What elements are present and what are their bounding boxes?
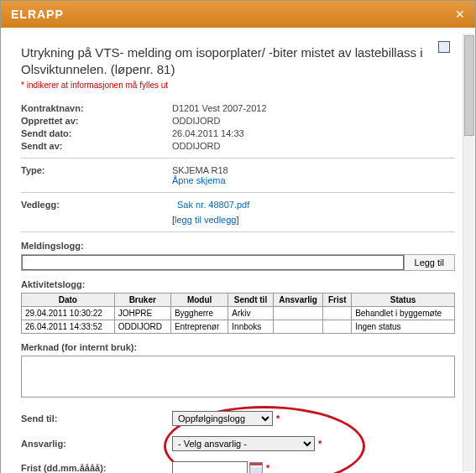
legg-til-button[interactable]: Legg til [404,255,454,270]
table-row: 29.04.2011 10:30:22JOHPREByggherreArkivB… [22,307,455,320]
col-modul: Modul [170,294,228,307]
required-star: * [276,413,280,424]
vedlegg-file-link[interactable]: Sak nr. 48807.pdf [177,200,249,210]
cell-dato: 29.04.2011 10:30:22 [22,307,115,320]
type-label: Type: [21,165,172,185]
meldingslogg-input[interactable] [22,255,404,270]
ansvarlig-select[interactable]: - Velg ansvarlig - [172,436,315,451]
divider [21,192,455,193]
dialog-title: ELRAPP [11,8,64,21]
close-icon[interactable]: ✕ [455,8,465,21]
cell-frist [323,307,352,320]
merknad-textarea[interactable] [21,356,455,398]
required-star: * [266,463,269,473]
divider [21,231,455,232]
cell-ansvarlig [273,307,323,320]
type-value: SKJEMA R18 [172,165,228,175]
cell-sendt_til: Arkiv [228,307,273,320]
titlebar: ELRAPP ✕ [1,1,475,28]
dialog-content: Utrykning på VTS- melding om isoporplate… [1,28,475,473]
cell-dato: 26.04.2011 14:33:52 [22,320,115,334]
kontraktnavn-label: Kontraktnavn: [21,103,172,113]
sendt-dato-value: 26.04.2011 14:33 [172,128,244,138]
calendar-icon[interactable] [249,462,263,473]
document-icon[interactable] [438,41,450,53]
opprettet-av-value: ODDIJORD [172,116,220,126]
sendt-dato-label: Sendt dato: [21,128,172,138]
scrollbar-thumb[interactable] [464,35,474,136]
cell-modul: Byggherre [170,307,228,320]
col-ansvarlig: Ansvarlig [273,294,323,307]
frist-input[interactable] [172,461,248,473]
cell-ansvarlig [273,320,323,334]
required-star: * [318,439,322,449]
vedlegg-label: Vedlegg: [21,200,172,225]
cell-bruker: JOHPRE [114,307,170,320]
apne-skjema-link[interactable]: Åpne skjema [172,175,228,185]
required-note: * indikerer at informasjonen må fylles u… [21,81,455,90]
sendt-av-value: ODDIJORD [172,141,220,151]
ansvarlig-label: Ansvarlig: [21,439,172,449]
send-til-label: Send til: [21,413,172,424]
cell-frist [323,320,352,334]
frist-label: Frist (dd.mm.åååå): [21,463,172,473]
cell-status: Ingen status [352,320,455,334]
legg-til-vedlegg-link[interactable]: legg til vedlegg [175,215,236,225]
col-sendt-til: Sendt til [228,294,273,307]
sendt-av-label: Sendt av: [21,141,172,151]
table-row: 26.04.2011 14:33:52ODDIJORDEntreprenørIn… [22,320,455,334]
merknad-label: Merknad (for internt bruk): [21,342,455,352]
activity-table: Dato Bruker Modul Sendt til Ansvarlig Fr… [21,293,455,334]
aktivitetslogg-label: Aktivitetslogg: [21,279,455,289]
col-frist: Frist [323,294,352,307]
scrollbar[interactable] [463,34,474,471]
col-dato: Dato [22,294,115,307]
meldingslogg-label: Meldingslogg: [21,241,455,251]
kontraktnavn-value: D1201 Vest 2007-2012 [172,103,267,113]
cell-bruker: ODDIJORD [114,320,170,334]
divider [21,158,455,159]
col-status: Status [352,294,455,307]
meldingslogg-row: Legg til [21,254,455,271]
cell-modul: Entreprenør [170,320,228,334]
col-bruker: Bruker [114,294,170,307]
send-til-select[interactable]: Oppfølgingslogg [172,411,273,426]
opprettet-av-label: Opprettet av: [21,116,172,126]
dialog: ELRAPP ✕ Utrykning på VTS- melding om is… [0,0,476,473]
cell-sendt_til: Innboks [228,320,273,334]
page-title: Utrykning på VTS- melding om isoporplate… [21,44,455,77]
cell-status: Behandlet i byggemøte [352,307,455,320]
